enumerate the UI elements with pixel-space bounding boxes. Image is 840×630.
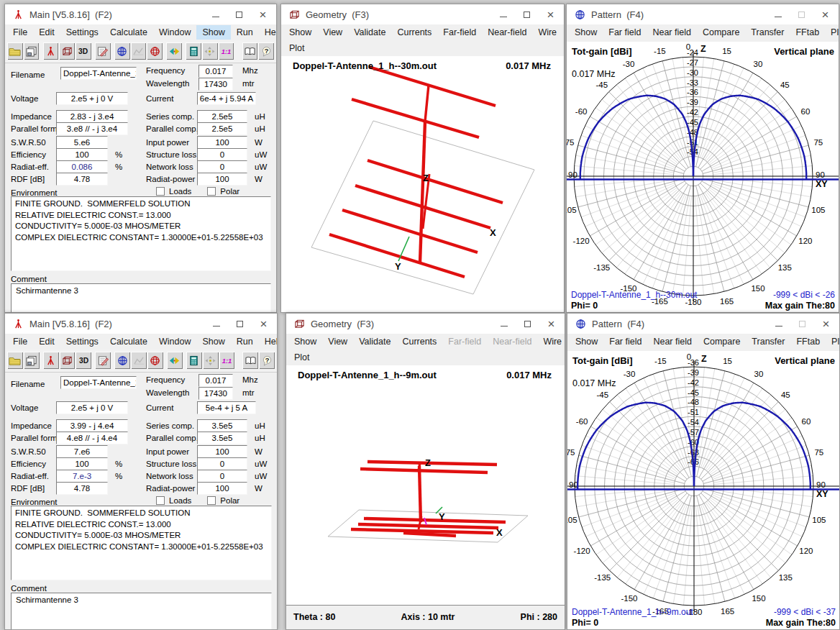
frequency-input[interactable]: 0.017: [198, 374, 233, 387]
menu-item-plot[interactable]: Plot: [288, 350, 316, 365]
far-sphere-button[interactable]: [147, 42, 163, 60]
save-files-button[interactable]: [24, 42, 40, 60]
menu-item-compare[interactable]: Compare: [698, 334, 746, 349]
menu-item-wire[interactable]: Wire: [532, 25, 562, 40]
close-button[interactable]: [539, 4, 562, 24]
current-value[interactable]: 5e-4 + j 5 A: [197, 401, 256, 414]
impedance-value[interactable]: 2.83 - j 3.e4: [56, 110, 128, 123]
checkbox-polar[interactable]: Polar: [207, 187, 239, 196]
menu-item-run[interactable]: Run: [231, 334, 259, 349]
close-button[interactable]: [539, 314, 563, 334]
frequency-input[interactable]: 0.017: [198, 65, 233, 78]
rdf-db-value[interactable]: 4.78: [56, 173, 108, 186]
open-folder-button[interactable]: [7, 352, 23, 369]
menu-item-currents[interactable]: Currents: [391, 25, 437, 40]
series-comp-value[interactable]: 2.5e5: [197, 110, 247, 123]
menu-item-validate[interactable]: Validate: [353, 334, 396, 349]
maximize-button[interactable]: [228, 314, 252, 334]
geometry-cube-button[interactable]: [60, 352, 76, 369]
menu-item-far-field[interactable]: Far field: [603, 334, 647, 349]
parallel-comp-value[interactable]: 2.5e5: [197, 122, 247, 135]
antenna-3d-view[interactable]: Z X Y: [281, 56, 564, 312]
close-button[interactable]: [252, 314, 275, 334]
move-arrows-button[interactable]: [203, 352, 219, 369]
far-sphere-button[interactable]: [147, 352, 163, 369]
comment-box[interactable]: Schirmantenne 3: [11, 283, 271, 313]
menu-item-near-field[interactable]: Near field: [647, 25, 697, 40]
minimize-button[interactable]: [204, 4, 227, 24]
swr-arrows-button[interactable]: [167, 352, 183, 369]
menu-item-show[interactable]: Show: [196, 25, 230, 40]
radiat-eff-value[interactable]: 0.086: [56, 160, 108, 173]
titlebar[interactable]: Geometry (F3): [281, 4, 564, 24]
menu-item-far-field[interactable]: Far-field: [442, 334, 487, 349]
titlebar[interactable]: Pattern (F4): [567, 314, 839, 334]
minimize-button[interactable]: [204, 314, 228, 334]
filename-input[interactable]: Doppel-T-Antenne_1: [60, 376, 137, 389]
menu-item-run[interactable]: Run: [231, 25, 259, 40]
checkbox-loads[interactable]: Loads: [156, 187, 191, 196]
menu-item-calculate[interactable]: Calculate: [104, 25, 153, 40]
minimize-button[interactable]: [491, 4, 515, 24]
menu-item-near-field[interactable]: Near-field: [482, 25, 532, 40]
menu-item-validate[interactable]: Validate: [348, 25, 391, 40]
menu-item-plot[interactable]: Plot: [825, 25, 839, 40]
checkbox-box[interactable]: [207, 187, 216, 196]
parallel-comp-value[interactable]: 3.5e5: [197, 432, 247, 444]
input-power-value[interactable]: 100: [197, 445, 247, 458]
polar-pattern-chart[interactable]: 0153045607590105120135150165-180-165-150…: [567, 42, 839, 312]
parallel-form-value[interactable]: 4.e8 // - j 4.e4: [56, 432, 128, 444]
menu-item-far-field[interactable]: Far field: [603, 25, 647, 40]
calculator-button[interactable]: [186, 352, 202, 369]
menu-item-file[interactable]: File: [7, 334, 33, 349]
voltage-value[interactable]: 2.e5 + j 0 V: [56, 92, 128, 105]
input-power-value[interactable]: 100: [197, 136, 247, 149]
maximize-button[interactable]: [515, 4, 539, 24]
network-loss-value[interactable]: 0: [197, 160, 247, 173]
menu-item-fftab[interactable]: FFtab: [790, 334, 826, 349]
menu-item-show[interactable]: Show: [196, 334, 230, 349]
menu-item-fftab[interactable]: FFtab: [790, 25, 825, 40]
menu-item-file[interactable]: File: [7, 25, 33, 40]
impedance-value[interactable]: 3.99 - j 4.e4: [56, 419, 128, 432]
checkbox-box[interactable]: [207, 496, 216, 505]
minimize-button[interactable]: [492, 314, 516, 334]
radiat-power-value[interactable]: 100: [197, 173, 247, 186]
maximize-button[interactable]: [227, 4, 251, 24]
menu-item-show[interactable]: Show: [570, 334, 603, 349]
help-balloon-button[interactable]: ?: [259, 352, 275, 369]
voltage-value[interactable]: 2.e5 + j 0 V: [56, 401, 128, 414]
structure-loss-value[interactable]: 0: [197, 457, 247, 470]
menu-item-edit[interactable]: Edit: [33, 334, 60, 349]
3d-label-button[interactable]: 3D: [76, 42, 91, 60]
menu-item-transfer[interactable]: Transfer: [745, 25, 790, 40]
s-w-r-50-value[interactable]: 5.e6: [56, 136, 108, 149]
edit-notepad-button[interactable]: [95, 352, 111, 369]
current-value[interactable]: 6e-4 + j 5.94 A: [197, 92, 256, 105]
menu-item-settings[interactable]: Settings: [60, 334, 104, 349]
menu-item-plot[interactable]: Plot: [826, 334, 840, 349]
swr-arrows-button[interactable]: [166, 42, 182, 60]
efficiency-value[interactable]: 100: [56, 457, 108, 470]
menu-item-view[interactable]: View: [322, 334, 353, 349]
network-loss-value[interactable]: 0: [197, 470, 247, 483]
environment-box[interactable]: FINITE GROUND. SOMMERFELD SOLUTIONRELATI…: [11, 196, 271, 271]
edit-notepad-button[interactable]: [95, 42, 111, 60]
close-button[interactable]: [814, 314, 838, 334]
close-button[interactable]: [251, 4, 275, 24]
menu-item-wire[interactable]: Wire: [537, 334, 565, 349]
wavelength-input[interactable]: 17430: [198, 78, 233, 91]
line-chart-button[interactable]: [131, 42, 147, 60]
s-w-r-50-value[interactable]: 7.e6: [56, 445, 108, 458]
menu-item-calculate[interactable]: Calculate: [104, 334, 153, 349]
checkbox-box[interactable]: [156, 187, 165, 196]
checkbox-loads[interactable]: Loads: [156, 496, 191, 505]
one-to-one-button[interactable]: 1:1: [219, 42, 234, 60]
parallel-form-value[interactable]: 3.e8 // - j 3.e4: [56, 122, 128, 135]
titlebar[interactable]: Main [V5.8.16] (F2): [5, 4, 276, 24]
move-arrows-button[interactable]: [202, 42, 218, 60]
menu-item-far-field[interactable]: Far-field: [437, 25, 482, 40]
open-folder-button[interactable]: [7, 42, 23, 60]
menu-item-view[interactable]: View: [317, 25, 348, 40]
menu-item-show[interactable]: Show: [288, 334, 322, 349]
